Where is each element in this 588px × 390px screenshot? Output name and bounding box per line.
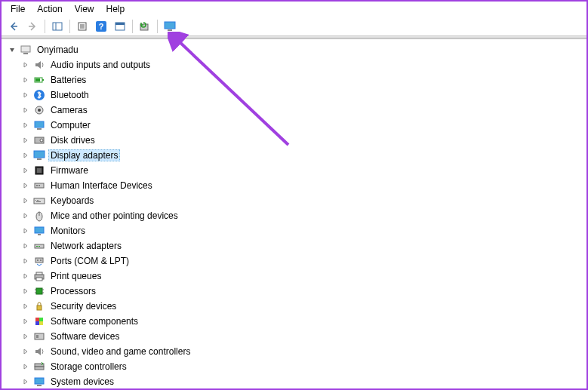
swdev-icon [33, 330, 45, 342]
expand-icon[interactable] [21, 317, 30, 326]
menu-view[interactable]: View [69, 2, 100, 16]
tree-item[interactable]: Bluetooth [8, 88, 580, 103]
update-driver-button[interactable] [136, 18, 154, 35]
back-button[interactable] [5, 18, 23, 35]
monitor-scan-icon [164, 20, 176, 32]
menu-action[interactable]: Action [31, 2, 68, 16]
svg-point-24 [40, 139, 43, 142]
svg-rect-65 [37, 385, 42, 386]
tree-item[interactable]: Processors [8, 284, 580, 299]
expand-icon[interactable] [21, 91, 30, 100]
expand-icon[interactable] [21, 272, 30, 281]
expand-icon[interactable] [21, 136, 30, 145]
show-hidden-button[interactable] [111, 18, 129, 35]
tree-item[interactable]: System devices [8, 374, 580, 387]
expand-icon[interactable] [21, 377, 30, 386]
refresh-driver-icon [139, 20, 151, 32]
expand-icon[interactable] [21, 60, 30, 69]
tree-item[interactable]: Keyboards [8, 193, 580, 208]
svg-rect-12 [168, 29, 172, 31]
hid-icon [33, 180, 45, 192]
tree-item-label: Network adapters [48, 240, 124, 252]
expand-icon[interactable] [21, 121, 30, 130]
system-icon [33, 376, 45, 387]
tree-item[interactable]: Disk drives [8, 133, 580, 148]
svg-rect-9 [115, 23, 125, 25]
expand-icon[interactable] [21, 332, 30, 341]
expand-icon[interactable] [21, 211, 30, 220]
tree-item[interactable]: Display adapters [8, 148, 580, 163]
expand-icon[interactable] [21, 226, 30, 235]
printer-icon [33, 270, 45, 282]
forward-button[interactable] [23, 18, 42, 35]
expand-icon[interactable] [21, 256, 30, 266]
tree-item-label: Disk drives [48, 134, 97, 146]
tree-item-label: Human Interface Devices [48, 180, 155, 192]
svg-rect-13 [21, 46, 30, 52]
tree-item-label: Software devices [48, 330, 122, 342]
svg-rect-60 [35, 333, 44, 339]
expand-icon[interactable] [21, 196, 30, 205]
tree-item[interactable]: Computer [8, 118, 580, 133]
tree-item[interactable]: Audio inputs and outputs [8, 57, 580, 72]
toolbar-separator [45, 20, 45, 33]
tree-item-label: Display adapters [48, 149, 120, 161]
expand-icon[interactable] [21, 106, 30, 115]
tree-item-label: Storage controllers [48, 361, 129, 373]
tree-root[interactable]: Onyimadu [8, 42, 580, 57]
tree-item[interactable]: Storage controllers [8, 359, 580, 374]
properties-button[interactable] [73, 18, 91, 35]
tree-item[interactable]: Monitors [8, 223, 580, 238]
tree-item[interactable]: Human Interface Devices [8, 178, 580, 193]
monitor-icon [33, 225, 45, 237]
svg-rect-59 [39, 321, 43, 325]
tree-item-label: System devices [48, 376, 116, 387]
tree-item[interactable]: Mice and other pointing devices [8, 208, 580, 223]
firmware-icon [33, 164, 45, 177]
expand-icon[interactable] [21, 302, 30, 311]
svg-rect-40 [38, 234, 41, 235]
tree-pane-icon [51, 20, 63, 32]
expand-icon[interactable] [21, 287, 30, 296]
tree-item[interactable]: Sound, video and game controllers [8, 344, 580, 359]
svg-point-45 [37, 259, 38, 261]
collapse-icon[interactable] [8, 45, 17, 54]
svg-rect-11 [165, 22, 175, 29]
menu-help[interactable]: Help [100, 2, 131, 16]
svg-rect-56 [35, 318, 39, 321]
tree-item[interactable]: Software devices [8, 329, 580, 344]
port-icon [33, 255, 45, 267]
tree-item[interactable]: Batteries [8, 72, 580, 88]
expand-icon[interactable] [21, 166, 30, 175]
toolbar-separator [157, 20, 158, 33]
svg-rect-36 [36, 201, 41, 202]
tree-item[interactable]: Software components [8, 314, 580, 329]
svg-rect-14 [23, 53, 28, 54]
tree-item[interactable]: Ports (COM & LPT) [8, 253, 580, 269]
svg-rect-42 [36, 246, 38, 247]
scan-hardware-button[interactable] [161, 18, 179, 35]
tree-item[interactable]: Print queues [8, 269, 580, 284]
expand-icon[interactable] [21, 151, 30, 160]
expand-icon[interactable] [21, 241, 30, 250]
arrow-left-icon [8, 20, 20, 32]
expand-icon[interactable] [21, 75, 30, 84]
expand-icon[interactable] [21, 181, 30, 190]
menu-file[interactable]: File [5, 2, 31, 16]
tree-item[interactable]: Network adapters [8, 238, 580, 253]
tree-item[interactable]: Firmware [8, 163, 580, 178]
tree-item[interactable]: Cameras [8, 103, 580, 118]
svg-rect-44 [35, 258, 43, 263]
tree-item-label: Bluetooth [48, 89, 91, 101]
toolbar-separator [69, 20, 70, 33]
help-button[interactable]: ? [92, 18, 110, 35]
help-icon: ? [95, 20, 107, 32]
svg-rect-61 [36, 335, 38, 338]
svg-rect-16 [42, 79, 44, 81]
tree-item[interactable]: Security devices [8, 299, 580, 314]
expand-icon[interactable] [21, 362, 30, 371]
console-tree-button[interactable] [48, 18, 66, 35]
tree-item-label: Monitors [48, 225, 88, 237]
toolbar: ? [2, 17, 586, 36]
expand-icon[interactable] [21, 347, 30, 356]
